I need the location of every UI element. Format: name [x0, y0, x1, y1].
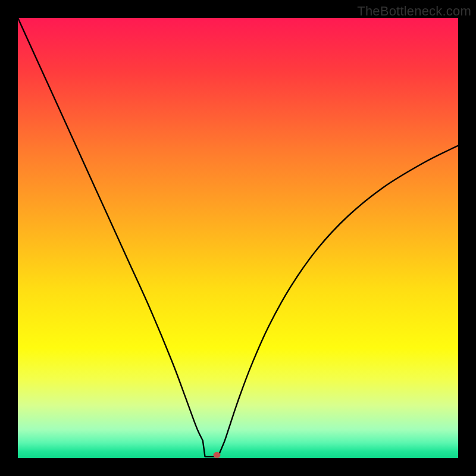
chart-frame: TheBottleneck.com [0, 0, 476, 476]
svg-point-1 [213, 452, 220, 458]
plot-area [18, 18, 458, 458]
optimum-marker [18, 18, 458, 458]
watermark-text: TheBottleneck.com [357, 4, 471, 19]
